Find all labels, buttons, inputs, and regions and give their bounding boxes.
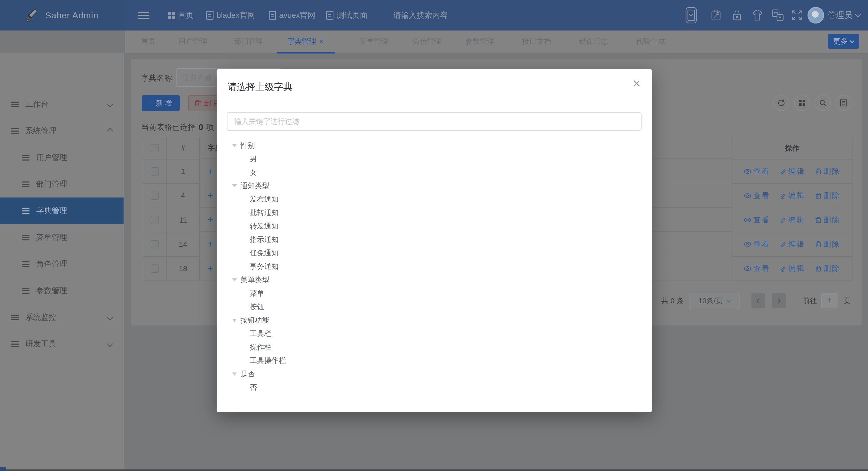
tab-home[interactable]: 首页 xyxy=(141,31,156,52)
sidebar-item-dict-mgmt[interactable]: 字典管理 xyxy=(0,197,124,224)
edit-link[interactable]: 编辑 xyxy=(780,215,805,225)
tree-node[interactable]: 女 xyxy=(227,166,642,179)
sidebar-item-menu-mgmt[interactable]: 菜单管理 xyxy=(0,224,124,251)
fullscreen-icon[interactable] xyxy=(792,10,802,21)
caret-down-icon[interactable] xyxy=(232,319,237,322)
caret-down-icon[interactable] xyxy=(232,278,237,282)
more-tabs-button[interactable]: 更多 xyxy=(828,34,859,49)
log-list-icon[interactable] xyxy=(835,95,851,111)
theme-shirt-icon[interactable] xyxy=(752,10,763,21)
tree-node[interactable]: 指示通知 xyxy=(227,233,642,246)
sidebar-item-role-mgmt[interactable]: 角色管理 xyxy=(0,251,124,277)
caret-down-icon[interactable] xyxy=(232,373,237,376)
view-link[interactable]: 查看 xyxy=(744,240,770,249)
header-nav-test[interactable]: 测试页面 xyxy=(326,0,368,31)
tree-node-parent[interactable]: 按钮功能 xyxy=(227,314,642,327)
tab-menu-mgmt[interactable]: 菜单管理 xyxy=(359,31,388,52)
edit-link[interactable]: 编辑 xyxy=(780,166,805,176)
tree-node[interactable]: 任免通知 xyxy=(227,246,642,260)
caret-down-icon[interactable] xyxy=(232,144,237,147)
view-link[interactable]: 查看 xyxy=(744,215,770,225)
column-grid-icon[interactable] xyxy=(794,95,810,111)
tab-param-mgmt[interactable]: 参数管理 xyxy=(465,31,494,52)
app-logo[interactable]: Saber Admin xyxy=(0,0,125,31)
tree-node[interactable]: 工具栏 xyxy=(227,327,642,341)
tree-node[interactable]: 转发通知 xyxy=(227,219,642,233)
lock-icon[interactable] xyxy=(732,9,742,21)
refresh-icon[interactable] xyxy=(773,95,789,111)
edit-label: 编辑 xyxy=(788,240,805,249)
tab-dept-mgmt[interactable]: 部门管理 xyxy=(234,31,263,52)
tree-node[interactable]: 否 xyxy=(227,381,642,394)
add-button[interactable]: + 新增 xyxy=(142,95,180,111)
tab-dict-mgmt-active[interactable]: 字典管理 × xyxy=(277,31,335,54)
sidebar-item-dept-mgmt[interactable]: 部门管理 xyxy=(0,171,124,197)
header-nav-home[interactable]: 首页 xyxy=(168,0,194,31)
search-icon[interactable] xyxy=(815,95,831,111)
sidebar-item-dev-tools[interactable]: 研发工具 xyxy=(0,331,124,357)
row-checkbox[interactable] xyxy=(151,167,159,176)
tree-node[interactable]: 工具操作栏 xyxy=(227,354,642,367)
tree-node-parent[interactable]: 菜单类型 xyxy=(227,273,642,287)
row-checkbox[interactable] xyxy=(151,192,159,200)
prev-page-button[interactable] xyxy=(751,293,765,308)
panel-toggle-icon[interactable] xyxy=(685,7,697,24)
user-avatar[interactable] xyxy=(807,7,824,24)
page-number-input[interactable] xyxy=(821,293,838,308)
edit-link[interactable]: 编辑 xyxy=(780,191,805,200)
translate-icon[interactable]: 中 A xyxy=(772,9,784,21)
view-link[interactable]: 查看 xyxy=(744,191,770,200)
sidebar-item-user-mgmt[interactable]: 用户管理 xyxy=(0,144,124,171)
edit-link[interactable]: 编辑 xyxy=(780,264,805,274)
tree-node[interactable]: 发布通知 xyxy=(227,193,642,206)
sidebar-item-workbench[interactable]: 工作台 xyxy=(0,91,124,118)
tree-node[interactable]: 男 xyxy=(227,152,642,166)
header-search[interactable] xyxy=(393,0,471,31)
expand-plus-icon[interactable]: + xyxy=(208,191,213,200)
select-all-checkbox[interactable] xyxy=(151,144,159,152)
tree-node[interactable]: 事务通知 xyxy=(227,260,642,273)
tab-code-gen[interactable]: 代码生成 xyxy=(636,31,665,52)
view-link[interactable]: 查看 xyxy=(744,166,770,176)
tree-node[interactable]: 按钮 xyxy=(227,300,642,314)
page-size-select[interactable]: 10条/页 xyxy=(689,293,740,309)
debug-tool-icon[interactable] xyxy=(711,9,721,21)
tab-api-docs[interactable]: 接口文档 xyxy=(522,31,551,52)
expand-plus-icon[interactable]: + xyxy=(208,240,213,249)
edit-link[interactable]: 编辑 xyxy=(780,240,805,249)
tree-node-parent[interactable]: 是否 xyxy=(227,367,642,381)
delete-link[interactable]: 删除 xyxy=(815,191,841,200)
expand-plus-icon[interactable]: + xyxy=(208,215,213,224)
tree-node[interactable]: 操作栏 xyxy=(227,341,642,354)
sidebar-item-system-mgmt[interactable]: 系统管理 xyxy=(0,118,124,144)
next-page-button[interactable] xyxy=(772,293,786,308)
tab-user-mgmt[interactable]: 用户管理 xyxy=(178,31,207,52)
row-checkbox[interactable] xyxy=(151,240,159,248)
expand-plus-icon[interactable]: + xyxy=(208,264,213,273)
sidebar-collapse-button[interactable] xyxy=(138,0,149,31)
header-nav-bladex[interactable]: bladex官网 xyxy=(206,0,255,31)
header-nav-avuex[interactable]: avuex官网 xyxy=(269,0,315,31)
tree-filter-input[interactable] xyxy=(227,112,642,131)
tree-node-parent[interactable]: 通知类型 xyxy=(227,179,642,193)
view-link[interactable]: 查看 xyxy=(744,264,770,274)
modal-close-icon[interactable]: × xyxy=(633,76,641,90)
row-checkbox[interactable] xyxy=(151,216,159,224)
delete-link[interactable]: 删除 xyxy=(815,215,841,225)
sidebar-item-param-mgmt[interactable]: 参数管理 xyxy=(0,277,124,304)
tree-node[interactable]: 批转通知 xyxy=(227,206,642,219)
header-search-input[interactable] xyxy=(393,10,471,20)
delete-link[interactable]: 删除 xyxy=(815,264,841,274)
row-checkbox[interactable] xyxy=(151,264,159,273)
tree-node-parent[interactable]: 性别 xyxy=(227,139,642,152)
delete-link[interactable]: 删除 xyxy=(815,240,841,249)
tree-node[interactable]: 菜单 xyxy=(227,287,642,300)
delete-link[interactable]: 删除 xyxy=(815,166,841,176)
sidebar-item-system-monitor[interactable]: 系统监控 xyxy=(0,304,124,331)
caret-down-icon[interactable] xyxy=(232,184,237,187)
expand-plus-icon[interactable]: + xyxy=(208,166,213,176)
user-menu[interactable]: 管理员 xyxy=(828,0,860,31)
tab-close-icon[interactable]: × xyxy=(319,37,324,45)
tab-error-log[interactable]: 错误日志 xyxy=(579,31,608,52)
tab-role-mgmt[interactable]: 角色管理 xyxy=(412,31,441,52)
